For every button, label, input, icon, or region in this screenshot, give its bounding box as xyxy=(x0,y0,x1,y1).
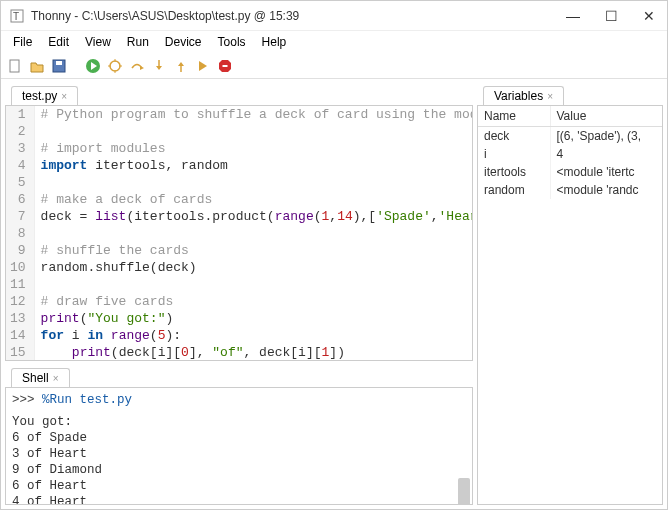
code-line[interactable]: print("You got:") xyxy=(34,310,473,327)
variable-value: <module 'randc xyxy=(550,181,662,199)
debug-icon[interactable] xyxy=(107,58,123,74)
step-into-icon[interactable] xyxy=(151,58,167,74)
close-window-button[interactable]: ✕ xyxy=(639,8,659,24)
code-line[interactable] xyxy=(34,225,473,242)
shell-panel: Shell × >>> %Run test.py You got:6 of Sp… xyxy=(5,365,473,505)
code-line[interactable]: # shuffle the cards xyxy=(34,242,473,259)
editor-tab[interactable]: test.py × xyxy=(11,86,78,105)
step-out-icon[interactable] xyxy=(173,58,189,74)
close-variables-icon[interactable]: × xyxy=(547,91,553,102)
menu-file[interactable]: File xyxy=(7,33,38,51)
app-icon: T xyxy=(9,8,25,24)
svg-point-7 xyxy=(110,61,120,71)
open-file-icon[interactable] xyxy=(29,58,45,74)
variables-body: Name Value deck[(6, 'Spade'), (3,i4itert… xyxy=(477,105,663,505)
menu-run[interactable]: Run xyxy=(121,33,155,51)
code-line[interactable]: # make a deck of cards xyxy=(34,191,473,208)
svg-text:T: T xyxy=(13,11,19,22)
step-over-icon[interactable] xyxy=(129,58,145,74)
titlebar: T Thonny - C:\Users\ASUS\Desktop\test.py… xyxy=(1,1,667,31)
menu-help[interactable]: Help xyxy=(256,33,293,51)
svg-rect-2 xyxy=(10,60,19,72)
code-line[interactable]: random.shuffle(deck) xyxy=(34,259,473,276)
variable-row[interactable]: random<module 'randc xyxy=(478,181,662,199)
svg-rect-4 xyxy=(56,61,62,65)
code-line[interactable] xyxy=(34,174,473,191)
menu-edit[interactable]: Edit xyxy=(42,33,75,51)
editor-tab-strip: test.py × xyxy=(5,83,473,105)
shell-prompt: >>> xyxy=(12,393,42,407)
left-column: test.py × 1# Python program to shuffle a… xyxy=(1,79,477,509)
menu-view[interactable]: View xyxy=(79,33,117,51)
shell-tab-strip: Shell × xyxy=(5,365,473,387)
save-icon[interactable] xyxy=(51,58,67,74)
code-line[interactable]: # draw five cards xyxy=(34,293,473,310)
variable-name: deck xyxy=(478,127,550,146)
close-shell-icon[interactable]: × xyxy=(53,373,59,384)
line-number: 7 xyxy=(6,208,34,225)
line-number: 4 xyxy=(6,157,34,174)
code-line[interactable] xyxy=(34,276,473,293)
resume-icon[interactable] xyxy=(195,58,211,74)
new-file-icon[interactable] xyxy=(7,58,23,74)
code-line[interactable]: for i in range(5): xyxy=(34,327,473,344)
variables-tab-strip: Variables × xyxy=(477,83,663,105)
variable-row[interactable]: i4 xyxy=(478,145,662,163)
line-number: 14 xyxy=(6,327,34,344)
code-line[interactable]: # Python program to shuffle a deck of ca… xyxy=(34,106,473,123)
code-line[interactable] xyxy=(34,123,473,140)
menu-tools[interactable]: Tools xyxy=(212,33,252,51)
shell-run-command: %Run test.py xyxy=(42,393,132,407)
toolbar xyxy=(1,53,667,79)
stop-icon[interactable] xyxy=(217,58,233,74)
variables-header-name[interactable]: Name xyxy=(478,106,550,127)
variable-row[interactable]: itertools<module 'itertc xyxy=(478,163,662,181)
line-number: 3 xyxy=(6,140,34,157)
variable-value: 4 xyxy=(550,145,662,163)
shell-output-line: 4 of Heart xyxy=(12,494,466,505)
svg-marker-14 xyxy=(156,66,162,70)
code-line[interactable]: # import modules xyxy=(34,140,473,157)
main-area: test.py × 1# Python program to shuffle a… xyxy=(1,79,667,509)
editor-tab-label: test.py xyxy=(22,89,57,103)
shell-tab[interactable]: Shell × xyxy=(11,368,70,387)
code-line[interactable]: import itertools, random xyxy=(34,157,473,174)
shell-tab-label: Shell xyxy=(22,371,49,385)
line-number: 15 xyxy=(6,344,34,361)
svg-marker-12 xyxy=(140,66,144,70)
variable-name: i xyxy=(478,145,550,163)
variable-row[interactable]: deck[(6, 'Spade'), (3, xyxy=(478,127,662,146)
variables-header-value[interactable]: Value xyxy=(550,106,662,127)
line-number: 12 xyxy=(6,293,34,310)
shell-output-line: 6 of Spade xyxy=(12,430,466,446)
shell-output-line: 6 of Heart xyxy=(12,478,466,494)
line-number: 8 xyxy=(6,225,34,242)
close-tab-icon[interactable]: × xyxy=(61,91,67,102)
variables-tab[interactable]: Variables × xyxy=(483,86,564,105)
svg-rect-19 xyxy=(223,65,228,67)
code-line[interactable]: deck = list(itertools.product(range(1,14… xyxy=(34,208,473,225)
line-number: 1 xyxy=(6,106,34,123)
svg-marker-16 xyxy=(178,62,184,66)
variables-panel: Variables × Name Value deck[(6, 'Spade')… xyxy=(477,83,663,505)
window-title: Thonny - C:\Users\ASUS\Desktop\test.py @… xyxy=(31,9,563,23)
svg-marker-17 xyxy=(199,61,207,71)
maximize-button[interactable]: ☐ xyxy=(601,8,621,24)
code-editor[interactable]: 1# Python program to shuffle a deck of c… xyxy=(5,105,473,361)
menubar: File Edit View Run Device Tools Help xyxy=(1,31,667,53)
line-number: 10 xyxy=(6,259,34,276)
variable-value: [(6, 'Spade'), (3, xyxy=(550,127,662,146)
line-number: 13 xyxy=(6,310,34,327)
line-number: 9 xyxy=(6,242,34,259)
variable-value: <module 'itertc xyxy=(550,163,662,181)
code-line[interactable]: print(deck[i][0], "of", deck[i][1]) xyxy=(34,344,473,361)
line-number: 5 xyxy=(6,174,34,191)
right-column: Variables × Name Value deck[(6, 'Spade')… xyxy=(477,79,667,509)
shell-scrollbar[interactable] xyxy=(458,478,470,505)
minimize-button[interactable]: — xyxy=(563,8,583,24)
run-icon[interactable] xyxy=(85,58,101,74)
variable-name: itertools xyxy=(478,163,550,181)
variable-name: random xyxy=(478,181,550,199)
menu-device[interactable]: Device xyxy=(159,33,208,51)
shell-output[interactable]: >>> %Run test.py You got:6 of Spade3 of … xyxy=(5,387,473,505)
